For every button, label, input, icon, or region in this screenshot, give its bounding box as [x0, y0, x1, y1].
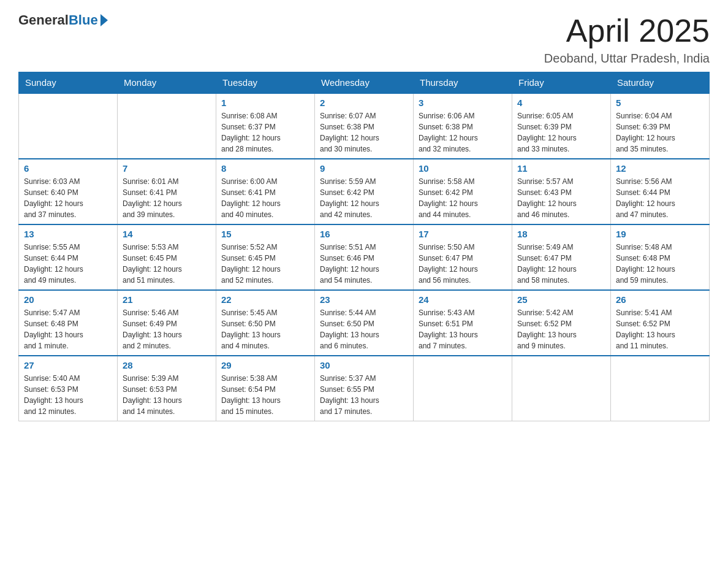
day-info: Sunrise: 5:38 AM Sunset: 6:54 PM Dayligh…: [221, 373, 309, 417]
day-info: Sunrise: 5:47 AM Sunset: 6:48 PM Dayligh…: [24, 307, 112, 351]
day-number: 29: [221, 360, 309, 370]
day-info: Sunrise: 5:55 AM Sunset: 6:44 PM Dayligh…: [24, 242, 112, 286]
calendar-week-1: 1Sunrise: 6:08 AM Sunset: 6:37 PM Daylig…: [19, 93, 710, 159]
calendar-week-3: 13Sunrise: 5:55 AM Sunset: 6:44 PM Dayli…: [19, 224, 710, 290]
day-info: Sunrise: 6:01 AM Sunset: 6:41 PM Dayligh…: [123, 176, 211, 220]
month-title: April 2025: [544, 12, 710, 49]
day-number: 8: [221, 163, 309, 174]
day-number: 13: [24, 229, 112, 239]
day-info: Sunrise: 5:46 AM Sunset: 6:49 PM Dayligh…: [123, 307, 211, 351]
weekday-header-friday: Friday: [512, 72, 611, 94]
day-number: 9: [320, 163, 408, 174]
day-number: 14: [123, 229, 211, 239]
calendar-cell: 30Sunrise: 5:37 AM Sunset: 6:55 PM Dayli…: [315, 356, 414, 421]
calendar-cell: 8Sunrise: 6:00 AM Sunset: 6:41 PM Daylig…: [216, 159, 315, 224]
calendar-cell: 1Sunrise: 6:08 AM Sunset: 6:37 PM Daylig…: [216, 93, 315, 159]
calendar-cell: [611, 356, 710, 421]
day-info: Sunrise: 5:44 AM Sunset: 6:50 PM Dayligh…: [320, 307, 408, 351]
day-number: 28: [123, 360, 211, 370]
weekday-header-tuesday: Tuesday: [216, 72, 315, 94]
day-number: 26: [616, 294, 704, 305]
logo-general-text: General: [18, 12, 69, 28]
day-info: Sunrise: 5:52 AM Sunset: 6:45 PM Dayligh…: [221, 242, 309, 286]
day-number: 27: [24, 360, 112, 370]
weekday-header-row: SundayMondayTuesdayWednesdayThursdayFrid…: [19, 72, 710, 94]
day-number: 22: [221, 294, 309, 305]
location-title: Deoband, Uttar Pradesh, India: [544, 52, 710, 66]
page-header: General Blue April 2025 Deoband, Uttar P…: [18, 12, 710, 66]
day-number: 6: [24, 163, 112, 174]
day-info: Sunrise: 6:04 AM Sunset: 6:39 PM Dayligh…: [616, 110, 704, 155]
calendar-cell: 9Sunrise: 5:59 AM Sunset: 6:42 PM Daylig…: [315, 159, 414, 224]
calendar-cell: 10Sunrise: 5:58 AM Sunset: 6:42 PM Dayli…: [414, 159, 512, 224]
calendar-cell: 15Sunrise: 5:52 AM Sunset: 6:45 PM Dayli…: [216, 224, 315, 290]
day-info: Sunrise: 6:05 AM Sunset: 6:39 PM Dayligh…: [517, 110, 605, 155]
day-number: 30: [320, 360, 408, 370]
day-info: Sunrise: 5:59 AM Sunset: 6:42 PM Dayligh…: [320, 176, 408, 220]
day-number: 15: [221, 229, 309, 239]
calendar-cell: 18Sunrise: 5:49 AM Sunset: 6:47 PM Dayli…: [512, 224, 611, 290]
day-info: Sunrise: 5:48 AM Sunset: 6:48 PM Dayligh…: [616, 242, 704, 286]
day-info: Sunrise: 6:08 AM Sunset: 6:37 PM Dayligh…: [221, 110, 309, 155]
calendar-cell: 23Sunrise: 5:44 AM Sunset: 6:50 PM Dayli…: [315, 290, 414, 356]
day-info: Sunrise: 5:49 AM Sunset: 6:47 PM Dayligh…: [517, 242, 605, 286]
logo-arrow-icon: [100, 14, 108, 26]
day-number: 7: [123, 163, 211, 174]
day-number: 3: [419, 98, 507, 108]
weekday-header-wednesday: Wednesday: [315, 72, 414, 94]
calendar-week-5: 27Sunrise: 5:40 AM Sunset: 6:53 PM Dayli…: [19, 356, 710, 421]
day-number: 21: [123, 294, 211, 305]
calendar-cell: 17Sunrise: 5:50 AM Sunset: 6:47 PM Dayli…: [414, 224, 512, 290]
day-number: 23: [320, 294, 408, 305]
day-info: Sunrise: 5:53 AM Sunset: 6:45 PM Dayligh…: [123, 242, 211, 286]
calendar-cell: 3Sunrise: 6:06 AM Sunset: 6:38 PM Daylig…: [414, 93, 512, 159]
day-info: Sunrise: 5:58 AM Sunset: 6:42 PM Dayligh…: [419, 176, 507, 220]
day-number: 18: [517, 229, 605, 239]
calendar-cell: 14Sunrise: 5:53 AM Sunset: 6:45 PM Dayli…: [118, 224, 216, 290]
calendar-cell: [512, 356, 611, 421]
calendar-cell: 26Sunrise: 5:41 AM Sunset: 6:52 PM Dayli…: [611, 290, 710, 356]
calendar-cell: 16Sunrise: 5:51 AM Sunset: 6:46 PM Dayli…: [315, 224, 414, 290]
day-info: Sunrise: 5:42 AM Sunset: 6:52 PM Dayligh…: [517, 307, 605, 351]
calendar-cell: [118, 93, 216, 159]
title-area: April 2025 Deoband, Uttar Pradesh, India: [544, 12, 710, 66]
day-info: Sunrise: 6:06 AM Sunset: 6:38 PM Dayligh…: [419, 110, 507, 155]
day-info: Sunrise: 6:07 AM Sunset: 6:38 PM Dayligh…: [320, 110, 408, 155]
day-number: 25: [517, 294, 605, 305]
logo: General Blue: [18, 12, 108, 28]
day-info: Sunrise: 5:45 AM Sunset: 6:50 PM Dayligh…: [221, 307, 309, 351]
calendar-week-4: 20Sunrise: 5:47 AM Sunset: 6:48 PM Dayli…: [19, 290, 710, 356]
day-number: 11: [517, 163, 605, 174]
calendar-cell: 12Sunrise: 5:56 AM Sunset: 6:44 PM Dayli…: [611, 159, 710, 224]
day-number: 2: [320, 98, 408, 108]
calendar-cell: 29Sunrise: 5:38 AM Sunset: 6:54 PM Dayli…: [216, 356, 315, 421]
day-info: Sunrise: 5:37 AM Sunset: 6:55 PM Dayligh…: [320, 373, 408, 417]
weekday-header-monday: Monday: [118, 72, 216, 94]
calendar-cell: 2Sunrise: 6:07 AM Sunset: 6:38 PM Daylig…: [315, 93, 414, 159]
calendar-cell: 22Sunrise: 5:45 AM Sunset: 6:50 PM Dayli…: [216, 290, 315, 356]
day-info: Sunrise: 5:39 AM Sunset: 6:53 PM Dayligh…: [123, 373, 211, 417]
calendar-cell: 7Sunrise: 6:01 AM Sunset: 6:41 PM Daylig…: [118, 159, 216, 224]
calendar-cell: 5Sunrise: 6:04 AM Sunset: 6:39 PM Daylig…: [611, 93, 710, 159]
calendar-cell: 25Sunrise: 5:42 AM Sunset: 6:52 PM Dayli…: [512, 290, 611, 356]
day-number: 24: [419, 294, 507, 305]
day-info: Sunrise: 5:43 AM Sunset: 6:51 PM Dayligh…: [419, 307, 507, 351]
calendar-cell: 27Sunrise: 5:40 AM Sunset: 6:53 PM Dayli…: [19, 356, 118, 421]
calendar-cell: 11Sunrise: 5:57 AM Sunset: 6:43 PM Dayli…: [512, 159, 611, 224]
weekday-header-saturday: Saturday: [611, 72, 710, 94]
day-number: 1: [221, 98, 309, 108]
calendar-cell: 28Sunrise: 5:39 AM Sunset: 6:53 PM Dayli…: [118, 356, 216, 421]
day-number: 5: [616, 98, 704, 108]
calendar-table: SundayMondayTuesdayWednesdayThursdayFrid…: [18, 72, 710, 421]
calendar-body: 1Sunrise: 6:08 AM Sunset: 6:37 PM Daylig…: [19, 93, 710, 421]
logo-blue-text: Blue: [69, 12, 98, 28]
day-info: Sunrise: 5:41 AM Sunset: 6:52 PM Dayligh…: [616, 307, 704, 351]
day-info: Sunrise: 5:50 AM Sunset: 6:47 PM Dayligh…: [419, 242, 507, 286]
day-info: Sunrise: 5:51 AM Sunset: 6:46 PM Dayligh…: [320, 242, 408, 286]
day-number: 19: [616, 229, 704, 239]
day-number: 16: [320, 229, 408, 239]
day-info: Sunrise: 6:00 AM Sunset: 6:41 PM Dayligh…: [221, 176, 309, 220]
calendar-cell: [414, 356, 512, 421]
calendar-cell: 4Sunrise: 6:05 AM Sunset: 6:39 PM Daylig…: [512, 93, 611, 159]
day-number: 4: [517, 98, 605, 108]
